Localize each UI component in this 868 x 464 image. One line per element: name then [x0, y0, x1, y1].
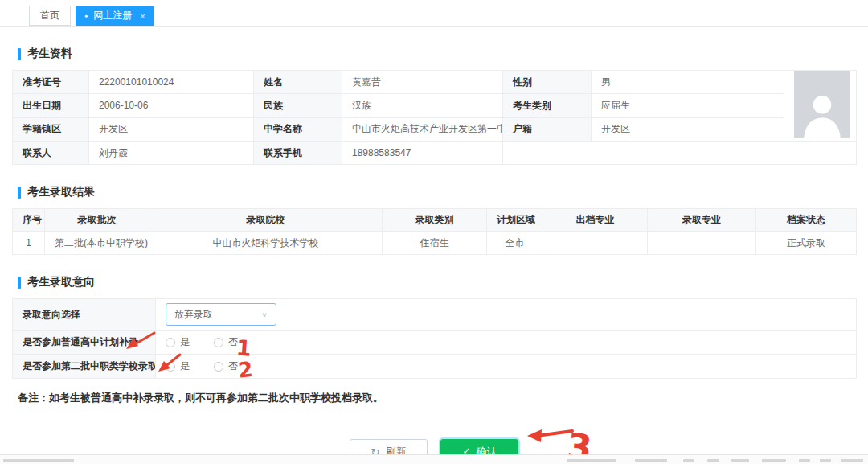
tab-close-icon[interactable]: × — [140, 11, 145, 21]
field-value-gender: 男 — [592, 71, 784, 94]
q2-yes-label: 是 — [180, 359, 190, 373]
col-header-plan-area: 计划区域 — [487, 209, 543, 232]
field-label: 联系人 — [13, 142, 89, 165]
chevron-down-icon: ∨ — [261, 310, 268, 318]
section-title-result: 考生录取结果 — [18, 185, 856, 199]
field-value-name: 黄嘉昔 — [342, 71, 503, 94]
active-tab-dot-icon: ● — [84, 13, 88, 18]
cell-admitted-major — [648, 232, 756, 255]
field-label: 民族 — [254, 94, 342, 117]
intent-q2-row: 是否参加第二批中职类学校录取 是 否 — [13, 355, 857, 379]
q2-radio-yes[interactable]: 是 — [166, 359, 190, 373]
taskbar-blob — [567, 459, 616, 462]
radio-circle-icon — [214, 338, 223, 347]
field-value-contact-phone: 18988583547 — [342, 142, 503, 165]
cell-filed-major — [543, 232, 648, 255]
section-accent-bar — [18, 48, 21, 60]
q2-radio-group: 是 否 — [166, 359, 846, 373]
q2-radio-no[interactable]: 否 — [214, 359, 238, 373]
field-label: 准考证号 — [13, 71, 89, 94]
cell-file-status: 正式录取 — [756, 232, 857, 255]
intent-select-label: 录取意向选择 — [13, 299, 156, 331]
section-accent-bar — [18, 187, 21, 199]
col-header-seq: 序号 — [13, 209, 45, 232]
taskbar-blob — [820, 459, 831, 462]
col-header-batch: 录取批次 — [45, 209, 149, 232]
taskbar-blob — [799, 459, 810, 462]
q2-no-label: 否 — [228, 359, 238, 373]
col-header-admitted-major: 录取专业 — [648, 209, 756, 232]
taskbar-blob — [683, 459, 694, 462]
field-label: 考生类别 — [503, 94, 592, 117]
profile-row: 出生日期 2006-10-06 民族 汉族 考生类别 应届生 — [13, 94, 857, 117]
field-value-school-district: 开发区 — [89, 117, 254, 141]
intent-q1-label: 是否参加普通高中计划补录 — [13, 331, 156, 355]
q1-no-label: 否 — [228, 335, 238, 349]
tab-home[interactable]: 首页 — [29, 6, 71, 26]
intent-title-text: 考生录取意向 — [27, 275, 95, 289]
field-value-household: 开发区 — [592, 117, 784, 141]
field-value-ethnicity: 汉族 — [342, 94, 503, 117]
field-value-school-name: 中山市火炬高技术产业开发区第一中学 — [342, 117, 503, 141]
admission-intent-table: 录取意向选择 放弃录取 ∨ 是否参加普通高中计划补录 是 — [12, 298, 857, 379]
note-text: 备注：如考生被普通高中补录录取，则不可再参加第二批次中职学校投档录取。 — [18, 391, 856, 405]
profile-row: 准考证号 22200101010024 姓名 黄嘉昔 性别 男 — [13, 71, 857, 94]
field-label: 姓名 — [254, 71, 342, 94]
cell-school: 中山市火炬科学技术学校 — [149, 232, 383, 255]
field-label: 户籍 — [503, 117, 592, 141]
taskbar-blob — [3, 459, 74, 462]
col-header-file-status: 档案状态 — [756, 209, 857, 232]
taskbar-blob — [635, 459, 667, 462]
taskbar-blob — [731, 459, 749, 462]
tab-bar: 首页 ● 网上注册 × — [0, 0, 868, 27]
result-title-text: 考生录取结果 — [27, 185, 95, 199]
field-label: 出生日期 — [13, 94, 89, 117]
field-value-birthdate: 2006-10-06 — [89, 94, 254, 117]
online-registration-page: 首页 ● 网上注册 × 考生资料 准考证号 22200101010024 姓名 … — [0, 0, 868, 464]
intent-q1-row: 是否参加普通高中计划补录 是 否 — [13, 331, 857, 355]
result-header-row: 序号 录取批次 录取院校 录取类别 计划区域 出档专业 录取专业 档案状态 — [13, 209, 857, 232]
intent-select-row: 录取意向选择 放弃录取 ∨ — [13, 299, 857, 331]
profile-row: 联系人 刘丹霞 联系手机 18988583547 — [13, 142, 857, 165]
tab-home-label: 首页 — [40, 9, 59, 23]
photo-cell — [784, 71, 857, 142]
admission-result-table: 序号 录取批次 录取院校 录取类别 计划区域 出档专业 录取专业 档案状态 1 … — [12, 208, 857, 255]
cell-category: 住宿生 — [383, 232, 487, 255]
profile-title-text: 考生资料 — [27, 47, 72, 61]
field-value-exam-number: 22200101010024 — [89, 71, 254, 94]
field-label: 中学名称 — [254, 117, 342, 141]
cell-batch: 第二批(本市中职学校) — [45, 232, 149, 255]
cell-plan-area: 全市 — [487, 232, 543, 255]
main-content: 考生资料 准考证号 22200101010024 姓名 黄嘉昔 性别 男 — [0, 47, 868, 464]
radio-circle-icon — [166, 338, 175, 347]
q1-radio-no[interactable]: 否 — [214, 335, 238, 349]
empty-cell — [503, 142, 857, 165]
field-value-candidate-type: 应届生 — [592, 94, 784, 117]
q1-radio-group: 是 否 — [166, 335, 846, 349]
col-header-school: 录取院校 — [149, 209, 383, 232]
taskbar-blob — [762, 459, 786, 462]
tab-online-registration[interactable]: ● 网上注册 × — [76, 6, 154, 26]
field-label: 联系手机 — [254, 142, 342, 165]
section-title-intent: 考生录取意向 — [18, 275, 856, 289]
taskbar-sliver — [0, 454, 868, 464]
q1-radio-yes[interactable]: 是 — [166, 335, 190, 349]
field-value-contact-name: 刘丹霞 — [89, 142, 254, 165]
candidate-photo-placeholder — [794, 71, 850, 138]
profile-row: 学籍镇区 开发区 中学名称 中山市火炬高技术产业开发区第一中学 户籍 开发区 — [13, 117, 857, 141]
intent-q2-label: 是否参加第二批中职类学校录取 — [13, 355, 156, 379]
col-header-filed-major: 出档专业 — [543, 209, 648, 232]
tab-online-registration-label: 网上注册 — [93, 9, 132, 23]
section-title-profile: 考生资料 — [18, 47, 856, 61]
radio-circle-icon — [214, 362, 223, 372]
result-data-row: 1 第二批(本市中职学校) 中山市火炬科学技术学校 住宿生 全市 正式录取 — [13, 232, 857, 255]
q1-yes-label: 是 — [180, 335, 190, 349]
radio-circle-icon — [166, 362, 175, 372]
intent-select-dropdown[interactable]: 放弃录取 ∨ — [166, 303, 276, 326]
profile-table: 准考证号 22200101010024 姓名 黄嘉昔 性别 男 出生日期 — [12, 70, 857, 165]
taskbar-blob — [841, 459, 863, 462]
intent-select-value: 放弃录取 — [174, 308, 213, 322]
taskbar-blob — [707, 459, 719, 462]
cell-seq: 1 — [13, 232, 45, 255]
field-label: 学籍镇区 — [13, 117, 89, 141]
